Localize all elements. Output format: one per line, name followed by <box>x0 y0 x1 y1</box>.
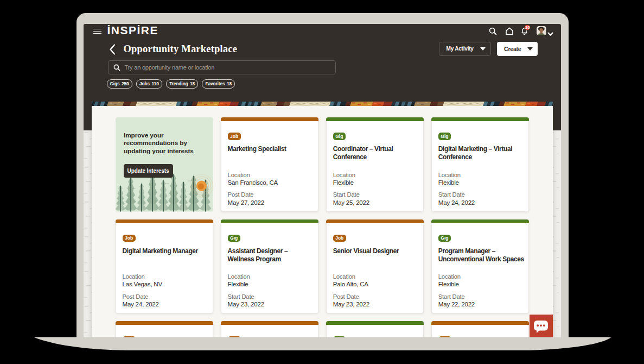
date-value: May 24, 2022 <box>123 300 159 308</box>
opportunity-card[interactable]: GigDigital Marketing – Virtual Conferenc… <box>431 117 529 212</box>
content-area: Improve your recommendations by updating… <box>92 102 553 338</box>
filter-chip-trending[interactable]: Trending18 <box>166 79 198 89</box>
card-type-badge: Gig <box>438 235 451 242</box>
home-icon[interactable] <box>505 27 514 37</box>
opportunity-card[interactable]: JobSenior Visual DesignerLocationPalo Al… <box>326 219 424 314</box>
card-title: Digital Marketing Manager <box>123 247 209 255</box>
card-type-badge: Gig <box>333 336 346 337</box>
opportunity-card[interactable]: JobDigital Marketing ManagerLocationLas … <box>116 219 213 314</box>
chip-label: Jobs <box>139 81 150 86</box>
location-value: Flexible <box>438 280 459 288</box>
date-label: Start Date <box>438 191 465 198</box>
avatar[interactable] <box>537 26 546 36</box>
header-icon-row: 10 <box>84 24 561 38</box>
card-title: Program Manager – Unconventional Work Sp… <box>438 247 525 263</box>
card-type-badge: Gig <box>228 235 240 242</box>
card-type-badge: Job <box>333 235 346 242</box>
card-accent-bar <box>221 321 318 325</box>
opportunity-card[interactable]: GigProgram Manager – Unconventional Work… <box>431 219 529 314</box>
opportunity-card[interactable]: GigCoordinator – Virtual ConferenceLocat… <box>326 117 424 212</box>
card-type-badge: Job <box>123 235 136 242</box>
filter-chips: Gigs250Jobs110Trending18Favorites18 <box>107 79 235 89</box>
chip-count: 18 <box>190 81 195 86</box>
stage: İNSPİRE 10 <box>0 0 644 364</box>
update-interests-button[interactable]: Update Interests <box>124 164 173 178</box>
card-accent-bar <box>431 117 529 121</box>
filter-chip-favorites[interactable]: Favorites18 <box>202 79 235 89</box>
my-activity-label: My Activity <box>447 46 474 52</box>
date-value: May 24, 2022 <box>438 199 475 206</box>
location-value: San Francisco, CA <box>228 179 278 186</box>
date-value: May 22, 2022 <box>438 300 475 308</box>
opportunity-card-partial[interactable]: Job <box>221 321 318 337</box>
date-label: Post Date <box>123 293 149 300</box>
card-title: Marketing Specialist <box>228 145 315 153</box>
card-accent-bar <box>326 321 424 325</box>
search-icon <box>113 64 120 71</box>
card-type-badge: Job <box>123 336 136 337</box>
cards-panel: Improve your recommendations by updating… <box>92 106 553 338</box>
card-accent-bar <box>221 219 318 223</box>
filter-chip-gigs[interactable]: Gigs250 <box>107 79 132 89</box>
opportunity-card-partial[interactable]: Job <box>116 321 213 337</box>
caret-down-icon <box>527 47 533 51</box>
card-accent-bar <box>431 321 529 325</box>
chat-launcher-button[interactable] <box>530 315 553 338</box>
card-accent-bar <box>431 219 529 223</box>
chip-label: Trending <box>169 81 188 86</box>
chip-count: 250 <box>122 81 129 86</box>
date-label: Post Date <box>333 293 359 300</box>
location-value: Las Vegas, NV <box>123 280 162 288</box>
date-label: Start Date <box>438 293 465 300</box>
search-icon[interactable] <box>489 27 497 37</box>
card-type-badge: Job <box>438 336 451 337</box>
chip-label: Favorites <box>205 81 225 86</box>
card-accent-bar <box>326 219 424 223</box>
chip-count: 110 <box>152 81 159 86</box>
opportunity-card-partial[interactable]: Job <box>431 321 529 337</box>
chip-count: 18 <box>227 81 232 86</box>
opportunity-card[interactable]: JobMarketing SpecialistLocationSan Franc… <box>221 117 318 212</box>
location-value: Flexible <box>228 280 248 288</box>
card-type-badge: Gig <box>333 133 346 140</box>
opportunity-card[interactable]: GigAssistant Designer – Wellness Program… <box>221 219 318 314</box>
date-label: Start Date <box>333 191 360 198</box>
back-icon[interactable] <box>109 44 116 57</box>
location-label: Location <box>438 171 461 179</box>
card-title: Senior Visual Designer <box>333 247 420 255</box>
my-activity-button[interactable]: My Activity <box>439 42 491 56</box>
date-label: Start Date <box>228 293 254 300</box>
card-accent-bar <box>221 117 318 121</box>
location-value: Palo Alto, CA <box>333 280 368 288</box>
bell-icon[interactable]: 10 <box>520 27 528 37</box>
location-label: Location <box>333 171 355 179</box>
date-value: May 23, 2022 <box>228 300 264 308</box>
date-label: Post Date <box>228 191 254 198</box>
location-label: Location <box>228 273 250 280</box>
card-title: Coordinator – Virtual Conference <box>333 145 420 161</box>
chip-label: Gigs <box>110 81 120 86</box>
card-type-badge: Job <box>228 336 241 337</box>
card-type-badge: Job <box>228 133 241 140</box>
card-title: Assistant Designer – Wellness Program <box>228 247 315 263</box>
opportunity-card-partial[interactable]: Gig <box>326 321 424 337</box>
location-label: Location <box>333 273 355 280</box>
card-accent-bar <box>116 321 213 325</box>
date-value: May 27, 2022 <box>228 199 264 206</box>
filter-chip-jobs[interactable]: Jobs110 <box>136 79 162 89</box>
location-value: Flexible <box>438 179 459 186</box>
card-type-badge: Gig <box>438 133 451 140</box>
chevron-down-icon[interactable] <box>547 29 553 39</box>
caret-down-icon <box>480 47 486 51</box>
create-button[interactable]: Create <box>497 42 538 56</box>
notification-badge: 10 <box>524 24 531 31</box>
search-input[interactable]: Try an opportunity name or location <box>108 60 336 74</box>
search-placeholder: Try an opportunity name or location <box>125 64 215 71</box>
create-label: Create <box>504 46 521 52</box>
page-title: Opportunity Marketplace <box>124 42 238 56</box>
app-screen: İNSPİRE 10 <box>84 24 561 337</box>
date-value: May 25, 2022 <box>333 199 369 206</box>
decorative-banner <box>92 102 553 106</box>
date-value: May 23, 2022 <box>333 300 369 308</box>
location-label: Location <box>228 171 250 179</box>
